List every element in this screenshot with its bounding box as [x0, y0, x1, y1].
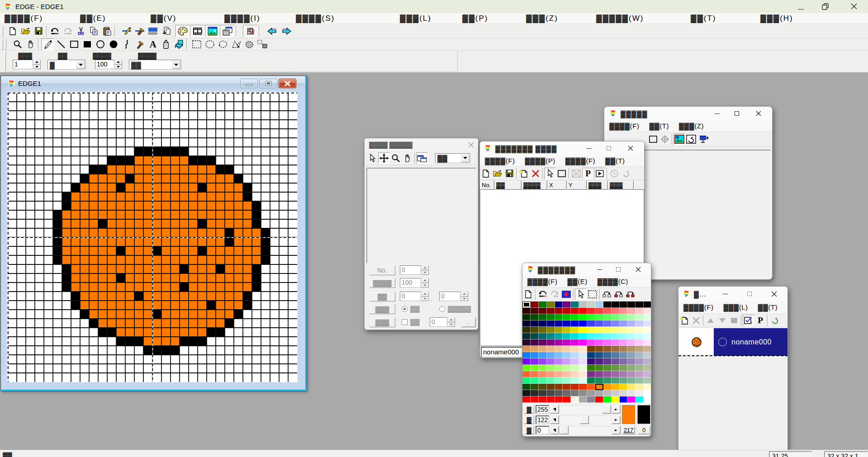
svg-text:e: e — [685, 290, 688, 297]
svg-text:e: e — [529, 266, 532, 273]
svg-text:e: e — [486, 145, 489, 151]
svg-text:P: P — [758, 316, 763, 325]
svg-text:P: P — [585, 170, 591, 178]
svg-text:e: e — [10, 80, 13, 87]
svg-text:e: e — [612, 110, 615, 117]
svg-text:A: A — [149, 40, 157, 49]
svg-text:e: e — [6, 3, 9, 10]
